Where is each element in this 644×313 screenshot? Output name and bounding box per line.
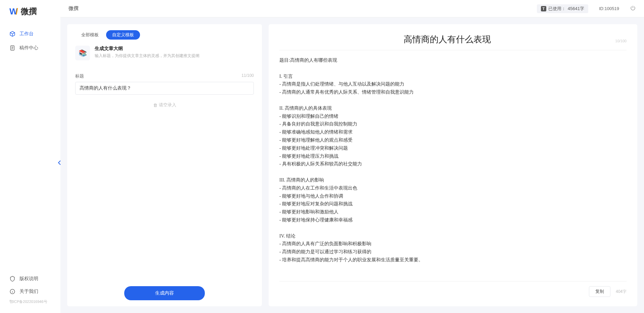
logo-text: 微撰 (21, 6, 37, 17)
nav-item-copyright[interactable]: 版权说明 (0, 272, 60, 285)
word-count: 404字 (616, 289, 627, 295)
cube-icon (9, 31, 15, 37)
document-icon (9, 45, 15, 51)
logo-icon: W/ (9, 6, 18, 17)
power-icon[interactable] (630, 5, 636, 12)
config-panel: 全部模板 自定义模板 📚 生成文章大纲 输入标题，为你提供文章主体的灵感，并为其… (67, 24, 262, 306)
field-label-title: 标题 (75, 73, 84, 79)
topbar: 微撰 T 已使用：45641字 ID:100519 (60, 0, 644, 17)
icp-text: 鄂ICP备2022016946号 (0, 298, 60, 304)
info-icon (9, 289, 15, 295)
sidebar-footer: 版权说明 关于我们 鄂ICP备2022016946号 (0, 272, 60, 307)
doc-title[interactable]: 高情商的人有什么表现 (279, 34, 615, 45)
copy-button[interactable]: 复制 (589, 286, 610, 297)
template-tabs: 全部模板 自定义模板 (75, 30, 254, 40)
trash-icon: 🗑 (153, 103, 157, 108)
nav-item-label: 工作台 (19, 31, 34, 37)
template-card: 📚 生成文章大纲 输入标题，为你提供文章主体的灵感，并为其创建推文提纲 (75, 46, 254, 60)
logo: W/ 微撰 (0, 6, 60, 27)
nav: 工作台 稿件中心 (0, 27, 60, 272)
user-id: ID:100519 (599, 6, 619, 11)
doc-title-counter: 10/100 (615, 39, 627, 43)
usage-label: 已使用： (548, 6, 566, 12)
tab-all-templates[interactable]: 全部模板 (75, 30, 105, 40)
nav-item-about[interactable]: 关于我们 (0, 285, 60, 298)
template-icon: 📚 (75, 46, 90, 60)
text-icon: T (541, 6, 546, 11)
tab-custom-templates[interactable]: 自定义模板 (106, 30, 140, 40)
nav-item-label: 关于我们 (19, 289, 38, 295)
breadcrumb: 微撰 (68, 5, 79, 12)
shield-icon (9, 276, 15, 282)
usage-value: 45641字 (568, 6, 584, 12)
nav-item-drafts[interactable]: 稿件中心 (0, 41, 60, 55)
collapse-sidebar-button[interactable] (57, 159, 62, 166)
clear-input-button[interactable]: 🗑 请空录入 (75, 99, 254, 111)
template-title: 生成文章大纲 (95, 46, 199, 52)
sidebar: W/ 微撰 工作台 稿件中心 版权说明 关于我们 鄂ICP备2022016946… (0, 0, 60, 313)
nav-item-workspace[interactable]: 工作台 (0, 27, 60, 41)
usage-badge: T 已使用：45641字 (537, 4, 588, 13)
generate-button[interactable]: 生成内容 (124, 286, 205, 300)
nav-item-label: 版权说明 (19, 276, 38, 282)
title-counter: 11/100 (241, 73, 254, 79)
nav-item-label: 稿件中心 (19, 45, 38, 51)
title-input[interactable] (75, 82, 254, 95)
output-panel: 高情商的人有什么表现 10/100 题目:高情商的人有哪些表现 I. 引言 - … (269, 24, 637, 306)
doc-body[interactable]: 题目:高情商的人有哪些表现 I. 引言 - 高情商是指人们处理情绪、与他人互动以… (279, 56, 627, 276)
template-desc: 输入标题，为你提供文章主体的灵感，并为其创建推文提纲 (95, 53, 199, 59)
